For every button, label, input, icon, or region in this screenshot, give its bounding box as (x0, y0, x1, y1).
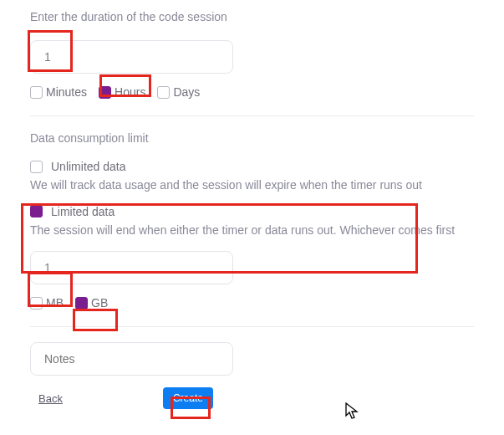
unit-gb-option[interactable]: GB (75, 296, 108, 310)
limited-data-block: Limited data The session will end when e… (30, 205, 474, 240)
section-divider-2 (30, 326, 474, 327)
unlimited-data-checkbox[interactable] (30, 161, 43, 173)
unit-days-checkbox[interactable] (157, 86, 170, 99)
data-limit-heading: Data consumption limit (30, 131, 474, 145)
section-divider (30, 115, 474, 116)
unlimited-data-block: Unlimited data We will track data usage … (30, 160, 474, 195)
unit-hours-checkbox[interactable] (99, 86, 111, 99)
unit-mb-option[interactable]: MB (30, 296, 64, 310)
unit-mb-label: MB (46, 296, 64, 310)
duration-unit-row: Minutes Hours Days (30, 85, 474, 99)
unit-days-option[interactable]: Days (157, 85, 200, 99)
create-button[interactable]: Create (163, 387, 213, 409)
limited-data-desc: The session will end when either the tim… (30, 222, 474, 240)
duration-input[interactable] (30, 40, 233, 74)
unit-minutes-option[interactable]: Minutes (30, 85, 87, 99)
unit-mb-checkbox[interactable] (30, 297, 43, 310)
unit-gb-label: GB (91, 296, 108, 310)
unit-minutes-label: Minutes (46, 85, 87, 99)
data-unit-row: MB GB (30, 296, 474, 310)
unit-hours-label: Hours (115, 85, 145, 99)
footer-row: Back Create (30, 387, 474, 409)
limited-data-title: Limited data (51, 205, 115, 218)
data-amount-input[interactable] (30, 251, 233, 284)
cursor-icon (345, 402, 359, 421)
unit-days-label: Days (173, 85, 200, 99)
limited-data-checkbox[interactable] (30, 205, 43, 218)
unit-gb-checkbox[interactable] (75, 297, 88, 310)
notes-input[interactable] (30, 342, 233, 376)
back-link[interactable]: Back (38, 392, 63, 405)
duration-label: Enter the duration of the code session (30, 10, 474, 23)
unit-hours-option[interactable]: Hours (99, 85, 145, 99)
create-session-form: Enter the duration of the code session M… (0, 0, 504, 409)
unit-minutes-checkbox[interactable] (30, 86, 43, 99)
unlimited-data-title: Unlimited data (51, 160, 126, 173)
unlimited-data-desc: We will track data usage and the session… (30, 177, 474, 195)
